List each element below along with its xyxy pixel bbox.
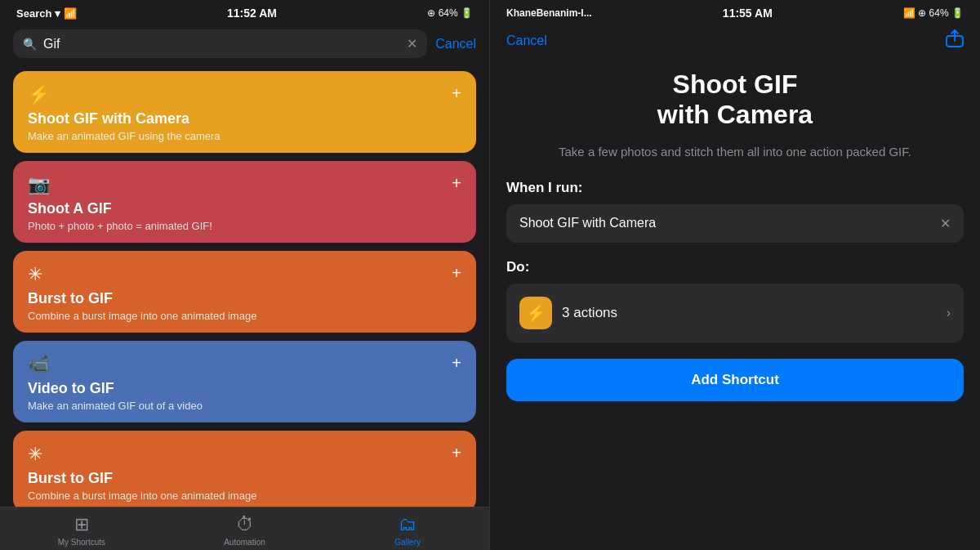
detail-title: Shoot GIFwith Camera [514,69,956,130]
shoot-gif-camera-icon: ⚡ [28,84,50,105]
actions-card[interactable]: ⚡ 3 actions › [506,284,964,342]
nav-automation[interactable]: ⏱ Automation [163,514,327,547]
status-icons-right: 📶 ⊕ 64% 🔋 [903,7,964,19]
burst-to-gif-2-subtitle: Combine a burst image into one animated … [28,490,461,502]
search-icon: 🔍 [23,38,37,51]
cancel-button-right[interactable]: Cancel [506,34,547,48]
shortcut-card-burst-to-gif-2[interactable]: ✳ + Burst to GIF Combine a burst image i… [13,431,476,507]
status-bar-right: KhaneBenanim-I... 11:55 AM 📶 ⊕ 64% 🔋 [490,0,980,23]
add-shoot-a-gif-button[interactable]: + [452,174,461,193]
status-time-left: 11:52 AM [227,7,277,20]
name-field-clear-button[interactable]: ✕ [940,216,951,231]
shortcut-card-shoot-a-gif[interactable]: 📷 + Shoot A GIF Photo + photo + photo = … [13,161,476,243]
shortcut-card-shoot-gif-camera[interactable]: ⚡ + Shoot GIF with Camera Make an animat… [13,71,476,153]
search-bar: 🔍 Gif ✕ Cancel [0,23,489,65]
name-field-container[interactable]: Shoot GIF with Camera ✕ [506,204,964,243]
nav-my-shortcuts[interactable]: ⊞ My Shortcuts [0,514,163,547]
do-label: Do: [490,259,980,284]
add-burst-to-gif-button[interactable]: + [452,264,461,283]
actions-icon-bg: ⚡ [519,297,552,329]
status-icons-left: ⊕ 64% 🔋 [427,7,473,19]
nav-gallery[interactable]: 🗂 Gallery [326,514,489,547]
clear-search-button[interactable]: ✕ [407,36,417,51]
video-to-gif-subtitle: Make an animated GIF out of a video [28,400,461,412]
shoot-gif-camera-subtitle: Make an animated GIF using the camera [28,130,461,142]
shoot-gif-camera-title: Shoot GIF with Camera [28,110,461,127]
shoot-a-gif-subtitle: Photo + photo + photo = animated GIF! [28,220,461,232]
gallery-icon: 🗂 [399,514,416,535]
when-i-run-label: When I run: [490,177,980,204]
add-burst-to-gif-2-button[interactable]: + [452,444,461,463]
shortcut-card-video-to-gif[interactable]: 📹 + Video to GIF Make an animated GIF ou… [13,341,476,423]
gallery-label: Gallery [394,538,421,547]
my-shortcuts-label: My Shortcuts [58,538,105,547]
burst-to-gif-icon: ✳ [28,264,42,285]
shoot-a-gif-title: Shoot A GIF [28,200,461,217]
name-field-value: Shoot GIF with Camera [519,216,656,230]
status-time-right: 11:55 AM [723,7,773,20]
video-to-gif-icon: 📹 [28,354,50,375]
add-video-to-gif-button[interactable]: + [452,354,461,373]
cancel-button-left[interactable]: Cancel [435,37,476,51]
my-shortcuts-icon: ⊞ [74,514,89,535]
detail-header: Cancel [490,23,980,61]
status-bar-left: Search ▾ 📶 11:52 AM ⊕ 64% 🔋 [0,0,489,23]
actions-bolt-icon: ⚡ [526,303,546,323]
video-to-gif-title: Video to GIF [28,380,461,397]
actions-count: 3 actions [562,305,617,321]
shoot-a-gif-icon: 📷 [28,174,50,195]
burst-to-gif-title: Burst to GIF [28,290,461,307]
add-shoot-gif-camera-button[interactable]: + [452,84,461,103]
bottom-nav-left: ⊞ My Shortcuts ⏱ Automation 🗂 Gallery [0,507,489,550]
search-text: Gif [43,37,400,51]
add-shortcut-button[interactable]: Add Shortcut [506,359,964,401]
status-carrier-left: Search ▾ 📶 [16,7,77,20]
detail-title-section: Shoot GIFwith Camera [490,61,980,143]
detail-description: Take a few photos and stitch them all in… [490,143,980,177]
actions-chevron-icon: › [947,306,951,320]
burst-to-gif-subtitle: Combine a burst image into one animated … [28,310,461,322]
share-icon[interactable] [946,29,964,51]
actions-left: ⚡ 3 actions [519,297,617,329]
left-phone: Search ▾ 📶 11:52 AM ⊕ 64% 🔋 🔍 Gif ✕ Canc… [0,0,490,550]
search-input-container[interactable]: 🔍 Gif ✕ [13,29,427,58]
shortcuts-list: ⚡ + Shoot GIF with Camera Make an animat… [0,65,489,507]
automation-label: Automation [224,538,265,547]
status-carrier-right: KhaneBenanim-I... [506,7,592,19]
right-phone: KhaneBenanim-I... 11:55 AM 📶 ⊕ 64% 🔋 Can… [490,0,980,550]
shortcut-card-burst-to-gif[interactable]: ✳ + Burst to GIF Combine a burst image i… [13,251,476,333]
burst-to-gif-2-title: Burst to GIF [28,470,461,487]
burst-to-gif-2-icon: ✳ [28,444,42,465]
automation-icon: ⏱ [236,514,254,535]
